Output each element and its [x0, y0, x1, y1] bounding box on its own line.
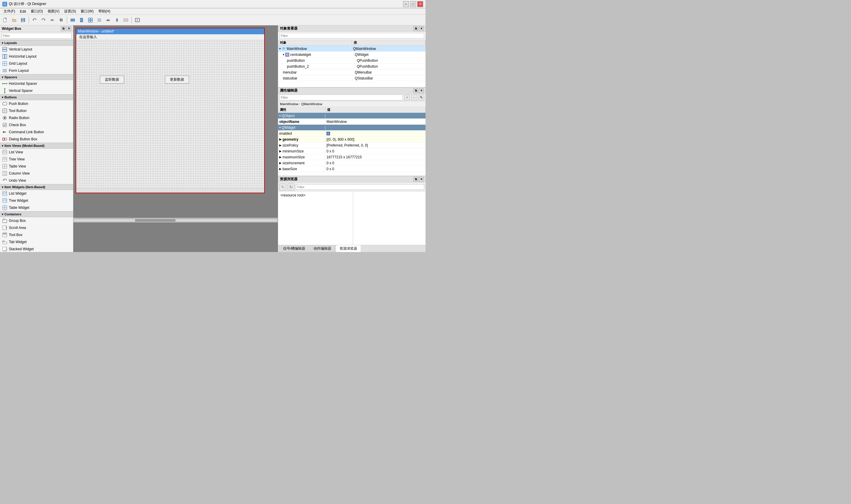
widget-group-box[interactable]: Group Box	[0, 217, 73, 224]
menu-file[interactable]: 文件(F)	[1, 8, 17, 15]
prop-cell-sizepolicy-val[interactable]: [Preferred, Preferred, 0, 0]	[325, 143, 426, 147]
mw-canvas[interactable]: 监听数据 更新数据	[76, 40, 264, 188]
widget-list-widget[interactable]: List Widget	[0, 190, 73, 197]
widget-box-float-button[interactable]: ⧉	[61, 26, 66, 31]
prop-editor-close-button[interactable]: ✕	[419, 88, 424, 93]
cut-button[interactable]: ✂	[48, 16, 56, 24]
prop-add-button[interactable]: +	[404, 94, 410, 101]
prop-expand-qobject[interactable]: ▾	[279, 114, 281, 117]
open-button[interactable]	[10, 16, 18, 24]
tree-expand-mainwindow[interactable]: ▾	[279, 47, 281, 50]
prop-row-minimumsize[interactable]: ▶ minimumSize 0 x 0	[278, 148, 426, 154]
btn-listen[interactable]: 监听数据	[100, 76, 124, 84]
res-browser-float-button[interactable]: ⧉	[413, 177, 418, 182]
tree-row-pushbutton2[interactable]: pushButton_2 QPushButton	[278, 64, 426, 69]
category-layouts[interactable]: ▾ Layouts	[0, 40, 73, 46]
tree-row-menubar[interactable]: menubar QMenuBar	[278, 69, 426, 75]
res-root-item[interactable]: <resource root>	[279, 193, 351, 198]
prop-cell-geometry-val[interactable]: [(0, 0), 800 x 600]	[325, 137, 426, 142]
prop-expand-sizeincrement[interactable]: ▶	[279, 161, 282, 165]
preview-button[interactable]	[133, 16, 142, 24]
widget-push-button[interactable]: Push Button	[0, 100, 73, 107]
layout-grid-button[interactable]	[86, 16, 94, 24]
prop-editor-float-button[interactable]: ⧉	[413, 88, 418, 93]
prop-configure-button[interactable]: ✎	[418, 94, 424, 101]
menu-window-w[interactable]: 窗口(W)	[78, 8, 96, 15]
prop-row-enabled[interactable]: enabled ✓	[278, 130, 426, 137]
obj-inspector-close-button[interactable]: ✕	[419, 26, 424, 31]
enabled-checkbox[interactable]: ✓	[327, 132, 330, 135]
widget-tab-widget[interactable]: Tab Widget	[0, 238, 73, 246]
menu-edit[interactable]: Edit	[17, 9, 29, 14]
close-button[interactable]: ✕	[417, 1, 423, 7]
tree-row-statusbar[interactable]: statusbar QStatusBar	[278, 75, 426, 81]
prop-row-maximumsize[interactable]: ▶ maximumSize 16777215 x 16777215	[278, 154, 426, 160]
prop-cell-basesize-val[interactable]: 0 x 0	[325, 167, 426, 171]
prop-expand-geometry[interactable]: ▶	[279, 138, 282, 141]
layout-form-button[interactable]	[95, 16, 104, 24]
tree-row-pushbutton[interactable]: pushButton QPushButton	[278, 58, 426, 64]
new-button[interactable]	[1, 16, 10, 24]
res-reload-button[interactable]: ↻	[288, 183, 295, 191]
widget-tree-widget[interactable]: Tree Widget	[0, 197, 73, 204]
scrollbar-thumb[interactable]	[135, 219, 176, 221]
widget-scroll-area[interactable]: Scroll Area	[0, 224, 73, 231]
obj-inspector-filter-input[interactable]	[279, 33, 424, 39]
prop-row-sizepolicy[interactable]: ▶ sizePolicy [Preferred, Preferred, 0, 0…	[278, 142, 426, 148]
prop-cell-maximumsize-val[interactable]: 16777215 x 16777215	[325, 155, 426, 159]
layout-h-button[interactable]	[69, 16, 77, 24]
res-edit-button[interactable]: ✎	[279, 183, 286, 191]
obj-inspector-float-button[interactable]: ⧉	[413, 26, 418, 31]
prop-expand-maximumsize[interactable]: ▶	[279, 156, 282, 159]
maximize-button[interactable]: □	[410, 1, 416, 7]
widget-table-view[interactable]: Table View	[0, 163, 73, 170]
widget-grid-layout[interactable]: Grid Layout	[0, 60, 73, 67]
tab-resource-browser[interactable]: 资源浏览器	[336, 245, 361, 252]
layout-expand-h-button[interactable]: ⇔	[104, 16, 112, 24]
redo-button[interactable]	[39, 16, 48, 24]
widget-stacked-widget[interactable]: Stacked Widget	[0, 246, 73, 252]
prop-remove-button[interactable]: −	[411, 94, 417, 101]
minimize-button[interactable]: ─	[403, 1, 409, 7]
prop-cell-objectname-val[interactable]: MainWindow	[325, 120, 426, 124]
tab-action-editor[interactable]: 动作编辑器	[310, 245, 335, 252]
prop-row-basesize[interactable]: ▶ baseSize 0 x 0	[278, 166, 426, 172]
widget-undo-view[interactable]: Undo View	[0, 177, 73, 184]
prop-row-sizeincrement[interactable]: ▶ sizeIncrement 0 x 0	[278, 160, 426, 166]
widget-vertical-layout[interactable]: Vertical Layout	[0, 46, 73, 53]
tree-row-centralwidget[interactable]: ▾ ⚙ centralwidget QWidget	[278, 52, 426, 58]
scrollbar-track[interactable]	[74, 219, 277, 222]
menu-view[interactable]: 视图(V)	[45, 8, 62, 15]
widget-h-spacer[interactable]: Horizontal Spacer	[0, 80, 73, 87]
prop-expand-sizepolicy[interactable]: ▶	[279, 144, 282, 147]
menu-window-o[interactable]: 窗口(O)	[29, 8, 45, 15]
widget-command-link-button[interactable]: Command Link Button	[0, 128, 73, 136]
category-item-widgets[interactable]: ▾ Item Widgets (Item-Based)	[0, 184, 73, 190]
widget-table-widget[interactable]: Table Widget	[0, 204, 73, 211]
widget-horizontal-layout[interactable]: Horizontal Layout	[0, 53, 73, 60]
prop-cell-minimumsize-val[interactable]: 0 x 0	[325, 149, 426, 153]
widget-radio-button[interactable]: Radio Button	[0, 114, 73, 122]
menu-settings[interactable]: 设置(S)	[62, 8, 78, 15]
prop-cell-enabled-val[interactable]: ✓	[325, 131, 426, 136]
res-filter-input[interactable]	[296, 184, 424, 190]
canvas-scrollbar[interactable]	[73, 218, 278, 222]
copy-button[interactable]: ⧉	[57, 16, 65, 24]
btn-update[interactable]: 更新数据	[165, 76, 189, 84]
layout-expand-v-button[interactable]: ⇕	[113, 16, 121, 24]
widget-tree-view[interactable]: Tree View	[0, 156, 73, 163]
widget-tool-box[interactable]: Tool Box	[0, 231, 73, 238]
save-button[interactable]	[19, 16, 27, 24]
category-buttons[interactable]: ▾ Buttons	[0, 94, 73, 100]
layout-break-button[interactable]	[122, 16, 130, 24]
widget-form-layout[interactable]: Form Layout	[0, 67, 73, 74]
category-containers[interactable]: ▾ Containers	[0, 211, 73, 217]
widget-dialog-button-box[interactable]: Dialog Button Box	[0, 136, 73, 143]
tab-signal-slot[interactable]: 信号/槽编辑器	[279, 245, 309, 252]
mw-menu-placeholder[interactable]: 在这里输入	[77, 35, 99, 40]
res-browser-close-button[interactable]: ✕	[419, 177, 424, 182]
widget-box-close-button[interactable]: ✕	[67, 26, 71, 31]
category-spacers[interactable]: ▾ Spacers	[0, 74, 73, 80]
menu-help[interactable]: 帮助(H)	[96, 8, 113, 15]
prop-expand-basesize[interactable]: ▶	[279, 167, 282, 170]
